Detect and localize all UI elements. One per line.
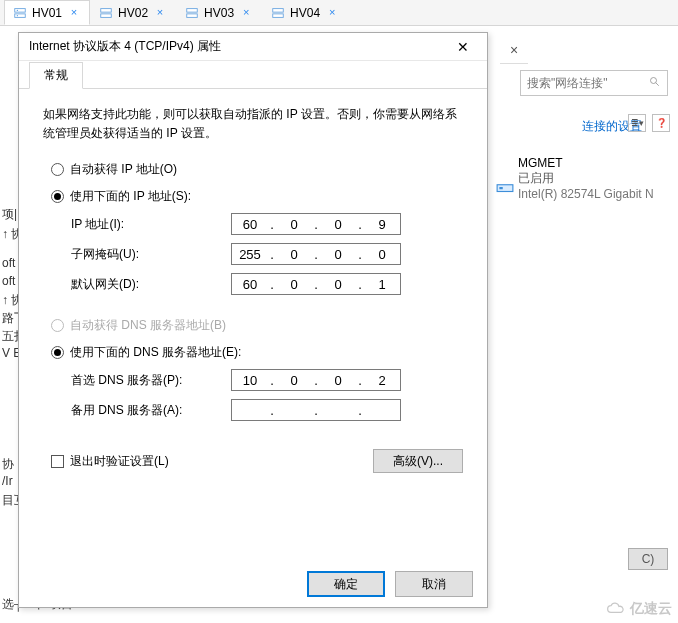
svg-rect-8: [273, 8, 284, 12]
radio-label: 使用下面的 DNS 服务器地址(E):: [70, 344, 241, 361]
vm-tab-hv04[interactable]: HV04 ×: [262, 0, 348, 25]
close-button[interactable]: ✕: [449, 37, 477, 57]
network-adapter-item[interactable]: MGMET 已启用 Intel(R) 82574L Gigabit N: [518, 156, 668, 201]
parent-window-right: 搜索"网络连接" 连接的设置 ≣▾ ❓ MGMET 已启用 Intel(R) 8…: [510, 26, 678, 623]
radio-icon: [51, 319, 64, 332]
search-input[interactable]: 搜索"网络连接": [520, 70, 668, 96]
vm-tab-strip: HV01 × HV02 × HV03 × HV04 ×: [0, 0, 678, 26]
svg-rect-7: [187, 13, 198, 17]
validate-on-exit-checkbox[interactable]: [51, 455, 64, 468]
close-icon[interactable]: ×: [325, 6, 339, 20]
label-alternate-dns: 备用 DNS 服务器(A):: [71, 402, 231, 419]
default-gateway-input[interactable]: 60. 0. 0. 1: [231, 273, 401, 295]
radio-manual-ip[interactable]: 使用下面的 IP 地址(S):: [51, 188, 463, 205]
svg-line-11: [656, 82, 659, 85]
svg-rect-0: [15, 8, 26, 12]
server-icon: [99, 6, 113, 20]
search-placeholder: 搜索"网络连接": [527, 75, 608, 92]
title-bar: Internet 协议版本 4 (TCP/IPv4) 属性 ✕: [19, 33, 487, 61]
tab-general[interactable]: 常规: [29, 62, 83, 89]
cloud-icon: [606, 599, 626, 619]
svg-rect-5: [101, 13, 112, 17]
adapter-hardware: Intel(R) 82574L Gigabit N: [518, 187, 668, 201]
radio-manual-dns[interactable]: 使用下面的 DNS 服务器地址(E):: [51, 344, 463, 361]
close-icon[interactable]: ×: [153, 6, 167, 20]
tab-header: 常规: [19, 61, 487, 89]
svg-point-10: [651, 77, 657, 83]
tab-label: HV03: [204, 6, 234, 20]
view-list-icon[interactable]: ≣▾: [628, 114, 646, 132]
alternate-dns-input[interactable]: . . .: [231, 399, 401, 421]
help-icon[interactable]: ❓: [652, 114, 670, 132]
svg-point-2: [17, 9, 18, 10]
ok-button[interactable]: 确定: [307, 571, 385, 597]
radio-label: 自动获得 IP 地址(O): [70, 161, 177, 178]
watermark: 亿速云: [606, 599, 672, 619]
ip-address-input[interactable]: 60. 0. 0. 9: [231, 213, 401, 235]
radio-auto-dns: 自动获得 DNS 服务器地址(B): [51, 317, 463, 334]
nic-icon: [496, 178, 514, 196]
vm-tab-hv03[interactable]: HV03 ×: [176, 0, 262, 25]
radio-icon: [51, 190, 64, 203]
dialog-title: Internet 协议版本 4 (TCP/IPv4) 属性: [29, 38, 221, 55]
radio-icon: [51, 346, 64, 359]
vm-tab-hv02[interactable]: HV02 ×: [90, 0, 176, 25]
radio-auto-ip[interactable]: 自动获得 IP 地址(O): [51, 161, 463, 178]
label-default-gateway: 默认网关(D):: [71, 276, 231, 293]
advanced-button[interactable]: 高级(V)...: [373, 449, 463, 473]
tab-label: HV02: [118, 6, 148, 20]
parent-close-button[interactable]: C): [628, 548, 668, 570]
label-preferred-dns: 首选 DNS 服务器(P):: [71, 372, 231, 389]
close-icon[interactable]: ×: [239, 6, 253, 20]
preferred-dns-input[interactable]: 10. 0. 0. 2: [231, 369, 401, 391]
adapter-status: 已启用: [518, 170, 668, 187]
intro-text: 如果网络支持此功能，则可以获取自动指派的 IP 设置。否则，你需要从网络系统管理…: [43, 105, 463, 143]
server-icon: [185, 6, 199, 20]
label-ip-address: IP 地址(I):: [71, 216, 231, 233]
server-icon: [271, 6, 285, 20]
close-icon[interactable]: ×: [67, 6, 81, 20]
cancel-button[interactable]: 取消: [395, 571, 473, 597]
vm-tab-hv01[interactable]: HV01 ×: [4, 0, 90, 25]
label-subnet-mask: 子网掩码(U):: [71, 246, 231, 263]
svg-rect-6: [187, 8, 198, 12]
svg-point-3: [17, 14, 18, 15]
search-icon: [649, 76, 661, 91]
radio-label: 自动获得 DNS 服务器地址(B): [70, 317, 226, 334]
adapter-name: MGMET: [518, 156, 668, 170]
panel-close-button[interactable]: ×: [500, 36, 528, 64]
svg-rect-9: [273, 13, 284, 17]
parent-window-left-clip: 项| ↑ 协 oft oft ↑ 协 路飞 五扑 V E 协 /Ir 目互 选┬…: [0, 26, 16, 623]
ipv4-properties-dialog: Internet 协议版本 4 (TCP/IPv4) 属性 ✕ 常规 如果网络支…: [18, 32, 488, 608]
subnet-mask-input[interactable]: 255. 0. 0. 0: [231, 243, 401, 265]
svg-rect-1: [15, 13, 26, 17]
tab-label: HV01: [32, 6, 62, 20]
checkbox-label: 退出时验证设置(L): [70, 453, 169, 470]
tab-label: HV04: [290, 6, 320, 20]
radio-label: 使用下面的 IP 地址(S):: [70, 188, 191, 205]
svg-rect-4: [101, 8, 112, 12]
server-icon: [13, 6, 27, 20]
svg-rect-13: [499, 187, 502, 189]
radio-icon: [51, 163, 64, 176]
